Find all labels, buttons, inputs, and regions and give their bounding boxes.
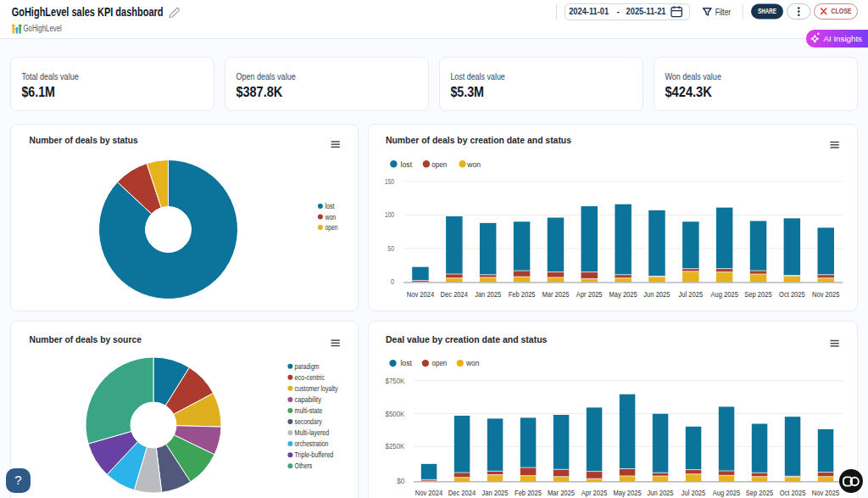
svg-text:customer loyalty: customer loyalty <box>295 384 339 393</box>
svg-text:won: won <box>325 213 337 221</box>
svg-text:May 2025: May 2025 <box>613 489 641 497</box>
svg-text:Jan 2025: Jan 2025 <box>475 290 501 299</box>
svg-text:open: open <box>432 358 448 367</box>
svg-text:Number of deals by creation da: Number of deals by creation date and sta… <box>386 135 571 145</box>
svg-text:50: 50 <box>388 245 395 253</box>
svg-text:$0: $0 <box>397 478 404 485</box>
svg-text:Open deals value: Open deals value <box>236 71 295 81</box>
svg-text:Others: Others <box>295 462 313 470</box>
svg-text:open: open <box>431 159 447 169</box>
svg-text:paradigm: paradigm <box>295 362 320 371</box>
svg-text:2025-11-21: 2025-11-21 <box>626 6 666 16</box>
svg-text:$5.3M: $5.3M <box>450 84 484 99</box>
svg-text:Sep 2025: Sep 2025 <box>746 489 773 497</box>
svg-text:Aug 2025: Aug 2025 <box>713 489 740 497</box>
svg-text:Apr 2025: Apr 2025 <box>581 489 608 497</box>
svg-text:2024-11-01: 2024-11-01 <box>569 6 609 16</box>
svg-text:SHARE: SHARE <box>758 7 776 15</box>
svg-text:Jan 2025: Jan 2025 <box>481 489 508 497</box>
svg-text:Jul 2025: Jul 2025 <box>679 290 704 299</box>
svg-text:GoHighLevel sales KPI dashboar: GoHighLevel sales KPI dashboard <box>12 5 164 19</box>
svg-text:0: 0 <box>391 278 394 286</box>
svg-text:Aug 2025: Aug 2025 <box>711 290 738 299</box>
svg-text:Jul 2025: Jul 2025 <box>682 489 706 497</box>
svg-text:Dec 2024: Dec 2024 <box>448 489 476 497</box>
svg-text:$387.8K: $387.8K <box>236 84 282 99</box>
svg-text:multi-state: multi-state <box>295 406 323 415</box>
svg-text:AI Insights: AI Insights <box>824 34 863 43</box>
svg-text:$424.3K: $424.3K <box>665 84 712 99</box>
svg-text:open: open <box>325 223 337 232</box>
svg-text:Mar 2025: Mar 2025 <box>548 489 575 497</box>
svg-text:Sep 2025: Sep 2025 <box>744 290 771 299</box>
svg-text:Feb 2025: Feb 2025 <box>509 290 536 299</box>
svg-text:Nov 2025: Nov 2025 <box>812 489 839 497</box>
svg-text:capability: capability <box>295 395 322 404</box>
svg-text:May 2025: May 2025 <box>609 290 637 299</box>
svg-text:Apr 2025: Apr 2025 <box>576 290 603 299</box>
svg-text:orchestration: orchestration <box>295 439 329 448</box>
svg-text:Oct 2025: Oct 2025 <box>779 290 805 299</box>
svg-text:Number of deals by source: Number of deals by source <box>30 334 142 344</box>
svg-text:eco-centric: eco-centric <box>295 373 325 382</box>
svg-text:lost: lost <box>401 159 413 169</box>
svg-text:100: 100 <box>385 211 394 219</box>
svg-text:CLOSE: CLOSE <box>832 7 852 15</box>
svg-text:won: won <box>465 358 479 367</box>
svg-text:$750K: $750K <box>386 378 405 385</box>
svg-text:Feb 2025: Feb 2025 <box>515 489 542 497</box>
svg-text:Nov 2024: Nov 2024 <box>415 489 442 497</box>
svg-text:GoHighLevel: GoHighLevel <box>24 24 62 33</box>
svg-text:$6.1M: $6.1M <box>21 84 55 99</box>
svg-text:-: - <box>617 6 620 16</box>
svg-text:Filter: Filter <box>715 8 732 17</box>
svg-text:lost: lost <box>325 202 335 210</box>
svg-text:Multi-layered: Multi-layered <box>295 428 330 437</box>
svg-text:Deal value by creation date an: Deal value by creation date and status <box>386 334 547 344</box>
svg-text:$250K: $250K <box>386 443 405 450</box>
svg-text:Won deals value: Won deals value <box>665 71 721 81</box>
svg-text:$500K: $500K <box>386 411 405 418</box>
svg-text:Nov 2024: Nov 2024 <box>407 290 434 299</box>
svg-text:Dec 2024: Dec 2024 <box>441 290 468 299</box>
svg-text:Total deals value: Total deals value <box>21 71 78 81</box>
svg-text:Triple-buffered: Triple-buffered <box>295 450 334 459</box>
svg-text:Nov 2025: Nov 2025 <box>812 290 839 299</box>
svg-text:150: 150 <box>385 178 394 186</box>
svg-text:Jun 2025: Jun 2025 <box>643 290 670 299</box>
svg-text:secondary: secondary <box>295 417 323 426</box>
svg-text:won: won <box>466 159 481 169</box>
svg-text:Mar 2025: Mar 2025 <box>542 290 569 299</box>
svg-text:Number of deals by status: Number of deals by status <box>30 135 138 145</box>
svg-text:Lost deals value: Lost deals value <box>450 71 505 81</box>
svg-text:Jun 2025: Jun 2025 <box>647 489 673 497</box>
svg-text:lost: lost <box>400 358 412 367</box>
svg-text:Oct 2025: Oct 2025 <box>780 489 806 497</box>
